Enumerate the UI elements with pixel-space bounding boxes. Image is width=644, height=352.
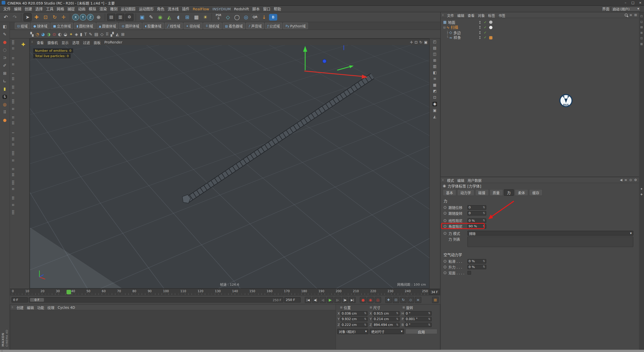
particle-tool-icon[interactable]: ⣿: [12, 40, 29, 44]
scale-tool-icon[interactable]: ⊡: [42, 13, 50, 21]
particle-tool-icon[interactable]: ⣀: [12, 129, 29, 133]
b-plugin-button[interactable]: B: [269, 14, 277, 20]
previous-key-button[interactable]: ◀|: [312, 297, 319, 303]
double-sided-checkbox[interactable]: [467, 271, 471, 275]
visibility-dots[interactable]: [479, 31, 480, 34]
tool-icon[interactable]: ⠿: [106, 32, 109, 36]
particle-tool-icon[interactable]: ⠛: [12, 144, 29, 148]
position-x-field[interactable]: 0.036 cm⇅: [340, 311, 368, 316]
mm-menu-texture[interactable]: 纹理: [46, 305, 56, 310]
viscosity-field[interactable]: 0 % ⇅: [467, 259, 486, 263]
tool-icon[interactable]: ◧: [3, 25, 7, 29]
tab-mass[interactable]: 质量: [489, 189, 503, 196]
x-axis-lock-button[interactable]: X: [72, 14, 79, 20]
dock-icon[interactable]: ✚: [640, 193, 643, 196]
menu-item[interactable]: 网格: [55, 6, 66, 11]
field-button[interactable]: ▧ 着色器域: [223, 23, 245, 29]
next-frame-button[interactable]: ▷: [334, 297, 341, 303]
command-icon[interactable]: ▥: [433, 65, 436, 69]
size-z-field[interactable]: 894.494 cm⇅: [373, 322, 400, 327]
light-icon[interactable]: ☀: [201, 13, 210, 21]
view-mode-icon[interactable]: ⊞: [634, 13, 637, 17]
spinner-icon[interactable]: ⇅: [364, 317, 366, 321]
tool-icon[interactable]: S: [3, 95, 7, 99]
search-icon[interactable]: [625, 14, 627, 16]
coord-mode-dropdown[interactable]: 对象 (相对) ▾: [337, 329, 368, 334]
command-icon[interactable]: ◧: [433, 71, 436, 75]
om-menu-object[interactable]: 对象: [476, 13, 487, 18]
sort-icon[interactable]: ≡: [629, 13, 632, 17]
parameter-key-icon[interactable]: ◇: [408, 297, 414, 303]
keyframe-dot-icon[interactable]: [444, 206, 446, 209]
dock-icon[interactable]: ◱: [640, 20, 643, 23]
spinner-icon[interactable]: ⇅: [483, 206, 485, 209]
om-menu-file[interactable]: 文件: [445, 13, 456, 18]
render-picture-viewer-button[interactable]: ▥: [116, 13, 125, 21]
dock-icon[interactable]: ◰: [640, 15, 643, 18]
tool-icon[interactable]: ▤: [94, 32, 98, 36]
object-row-spline[interactable]: └ ≈ 样条 ✓: [441, 35, 639, 40]
toggle-view-icon[interactable]: ▣: [424, 40, 428, 44]
goto-end-button[interactable]: ▶|: [349, 297, 356, 303]
panel-menu-icon[interactable]: ⠿: [12, 306, 13, 309]
cube-primitive-icon[interactable]: ▣: [138, 13, 146, 21]
field-button[interactable]: ◎ 圆环体域: [119, 23, 142, 29]
follow-position-field[interactable]: 0 ⇅: [467, 205, 486, 210]
menu-item[interactable]: 工具: [44, 6, 55, 11]
ring-icon[interactable]: ◯: [233, 13, 241, 21]
object-row-ground[interactable]: ▦ 地面 ✓: [441, 20, 639, 25]
playhead[interactable]: [66, 290, 71, 294]
tool-icon[interactable]: ✎: [89, 32, 92, 36]
spline-tag-icon[interactable]: [489, 36, 492, 39]
visibility-dots[interactable]: [479, 36, 480, 39]
panel-menu-icon[interactable]: ⠿: [442, 14, 444, 16]
rotation-h-field[interactable]: 0 °⇅: [405, 311, 432, 316]
coordinate-system-icon[interactable]: ⊕: [95, 13, 103, 21]
om-menu-view[interactable]: 查看: [466, 13, 476, 18]
particle-tool-icon[interactable]: ⠶: [12, 203, 29, 207]
tool-icon[interactable]: ▮: [80, 32, 82, 36]
tool-icon[interactable]: ✐: [3, 64, 7, 68]
keyframe-dot-icon[interactable]: [444, 219, 446, 222]
viewport-canvas[interactable]: Number of emitters: 0 Total live particl…: [30, 45, 429, 288]
particle-tool-icon[interactable]: ⠿: [12, 77, 29, 81]
phong-tag-icon[interactable]: [489, 21, 492, 24]
download-icon[interactable]: ↓: [260, 13, 268, 21]
select-tool-icon[interactable]: ➤: [23, 13, 32, 21]
field-button[interactable]: ♪ 声音域: [246, 23, 264, 29]
enable-check-icon[interactable]: ✓: [484, 20, 487, 24]
pin-icon[interactable]: ⊙: [629, 178, 632, 182]
field-button[interactable]: Py Python域: [283, 23, 308, 29]
enable-check-icon[interactable]: ✓: [484, 31, 487, 34]
particle-tool-icon[interactable]: ⣿: [12, 210, 29, 214]
viewport-menu-panel[interactable]: 面板: [92, 40, 102, 45]
viewport-menu-filter[interactable]: 过滤: [81, 40, 92, 45]
object-label[interactable]: 扫描: [451, 25, 458, 30]
tab-softbody[interactable]: 柔体: [515, 189, 528, 196]
om-menu-edit[interactable]: 编辑: [456, 13, 466, 18]
angular-damping-field[interactable]: 90 % ⇅: [467, 224, 486, 229]
dock-icon[interactable]: ◈: [640, 188, 642, 190]
next-key-button[interactable]: |▶: [342, 297, 348, 303]
scale-key-icon[interactable]: ⊡: [393, 297, 399, 303]
tool-icon[interactable]: ◎: [3, 103, 7, 107]
spinner-icon[interactable]: ⇅: [483, 211, 485, 215]
spinner-icon[interactable]: ⇅: [483, 219, 485, 222]
render-view-button[interactable]: ▤: [107, 13, 115, 21]
command-icon[interactable]: ◭: [433, 115, 436, 119]
tool-icon[interactable]: ▚: [30, 32, 34, 36]
particle-tool-icon[interactable]: ⣶: [12, 84, 29, 89]
history-back-icon[interactable]: ◀: [620, 178, 622, 182]
command-icon[interactable]: ▤: [433, 46, 436, 50]
tool-icon[interactable]: ●: [3, 40, 7, 44]
field-button[interactable]: ƒ 公式域: [265, 23, 282, 29]
mm-menu-create[interactable]: 创建: [15, 305, 25, 310]
field-button[interactable]: ● 球体域: [31, 23, 50, 29]
timeline-ruler[interactable]: 0102030405060708090100110120130140150160…: [10, 289, 440, 295]
zoom-view-icon[interactable]: ⊡: [415, 40, 418, 44]
goto-start-button[interactable]: |◀: [305, 297, 311, 303]
viewport-menu-view[interactable]: 查看: [35, 40, 45, 45]
linear-damping-field[interactable]: 0 % ⇅: [467, 218, 486, 223]
spinner-icon[interactable]: ⇅: [364, 323, 366, 326]
menu-item[interactable]: Redshift: [232, 7, 251, 11]
